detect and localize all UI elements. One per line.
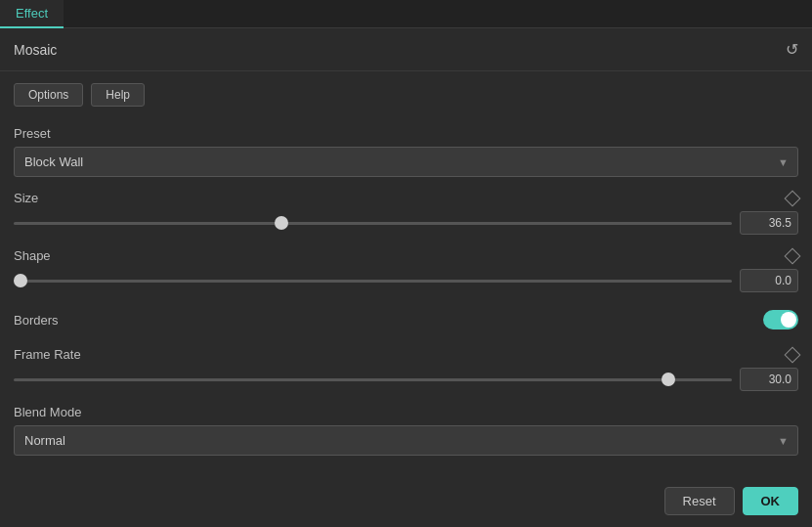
size-control: Size <box>14 191 798 235</box>
options-button[interactable]: Options <box>14 83 83 107</box>
footer: Reset OK <box>651 475 812 527</box>
tab-effect[interactable]: Effect <box>0 0 64 28</box>
preset-label: Preset <box>14 126 51 141</box>
borders-toggle[interactable] <box>763 310 798 329</box>
blend-mode-dropdown[interactable]: Normal Multiply Screen Overlay Darken Li… <box>14 425 798 456</box>
size-keyframe-icon[interactable] <box>785 190 801 206</box>
shape-keyframe-icon[interactable] <box>785 247 801 264</box>
frame-rate-keyframe-icon[interactable] <box>785 346 801 363</box>
blend-mode-label-row: Blend Mode <box>14 405 798 419</box>
preset-label-row: Preset <box>14 126 798 141</box>
blend-mode-label: Blend Mode <box>14 405 81 419</box>
tab-bar: Effect <box>0 0 812 28</box>
size-label: Size <box>14 191 38 205</box>
frame-rate-input[interactable] <box>740 368 798 391</box>
ok-button[interactable]: OK <box>743 487 799 515</box>
shape-slider[interactable] <box>14 280 732 283</box>
shape-label-row: Shape <box>14 248 798 263</box>
size-input[interactable] <box>740 211 798 235</box>
help-button[interactable]: Help <box>91 83 145 107</box>
shape-label: Shape <box>14 248 51 263</box>
borders-toggle-wrapper: Borders <box>14 306 798 333</box>
frame-rate-control: Frame Rate <box>14 347 798 391</box>
reset-icon[interactable]: ↺ <box>786 40 798 59</box>
preset-dropdown[interactable]: Block Wall Circles Hexagons Triangles Di… <box>14 147 798 177</box>
options-row: Options Help <box>0 71 812 118</box>
reset-button[interactable]: Reset <box>664 487 735 515</box>
size-slider-row <box>14 211 798 235</box>
main-content: Preset Block Wall Circles Hexagons Trian… <box>0 118 812 477</box>
shape-control: Shape <box>14 248 798 292</box>
section-title: Mosaic <box>14 42 57 58</box>
blend-mode-control: Blend Mode Normal Multiply Screen Overla… <box>14 405 798 456</box>
frame-rate-slider[interactable] <box>14 378 732 381</box>
size-slider[interactable] <box>14 222 732 225</box>
blend-mode-dropdown-wrapper: Normal Multiply Screen Overlay Darken Li… <box>14 425 798 456</box>
frame-rate-slider-row <box>14 368 798 391</box>
size-label-row: Size <box>14 191 798 205</box>
shape-input[interactable] <box>740 269 798 292</box>
frame-rate-label: Frame Rate <box>14 347 81 362</box>
preset-control: Preset Block Wall Circles Hexagons Trian… <box>14 126 798 177</box>
borders-control: Borders <box>14 306 798 333</box>
borders-label: Borders <box>14 313 59 328</box>
preset-dropdown-wrapper: Block Wall Circles Hexagons Triangles Di… <box>14 147 798 177</box>
frame-rate-label-row: Frame Rate <box>14 347 798 362</box>
section-header: Mosaic ↺ <box>0 28 812 71</box>
shape-slider-row <box>14 269 798 292</box>
